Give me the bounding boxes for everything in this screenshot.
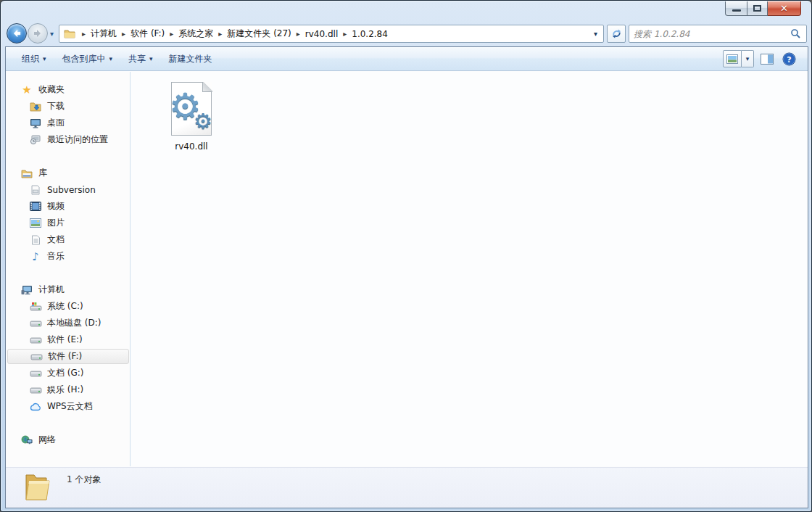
organize-label: 组织 [22,53,39,65]
navigation-bar: ▾ ▸ 计算机 ▸ 软件 (F:) ▸ 系统之家 ▸ 新建文件夹 (27) ▸ … [1,22,811,46]
sidebar-item-drive-f-selected[interactable]: 软件 (F:) [7,349,129,364]
subversion-label: Subversion [47,185,96,195]
help-icon: ? [782,52,796,66]
pictures-label: 图片 [47,217,65,229]
page-fold-icon [202,82,212,92]
drive-d-label: 本地磁盘 (D:) [47,317,101,329]
file-item-rv40-dll[interactable]: ⚙ ⚙ rv40.dll [152,79,231,152]
sidebar-section-computer[interactable]: 计算机 [20,282,142,297]
recent-places-label: 最近访问的位置 [47,133,108,146]
computer-label: 计算机 [38,284,65,296]
drive-e-label: 软件 (E:) [47,334,83,346]
search-input[interactable] [629,25,790,42]
videos-icon [29,201,42,212]
system-drive-icon [29,301,42,313]
breadcrumb-chevron-icon[interactable]: ▸ [165,30,178,38]
preview-pane-icon [761,54,774,65]
music-note-icon: ♪ [29,251,42,263]
window-controls: ✕ [725,1,801,16]
new-folder-label: 新建文件夹 [169,53,212,65]
documents-label: 文档 [47,234,65,246]
breadcrumb-folder-1[interactable]: 系统之家 [178,28,213,40]
favorites-label: 收藏夹 [38,83,65,96]
views-dropdown-button[interactable]: ▾ [742,50,754,67]
downloads-label: 下载 [47,100,65,112]
navigation-pane: ★ 收藏夹 下载 桌面 最近访问的位置 [6,72,130,466]
computer-icon [20,284,33,296]
preview-pane-button[interactable] [758,50,776,67]
address-bar[interactable]: ▸ 计算机 ▸ 软件 (F:) ▸ 系统之家 ▸ 新建文件夹 (27) ▸ rv… [59,25,604,43]
search-box [629,25,807,43]
breadcrumb-chevron-icon[interactable]: ▸ [117,30,130,38]
minimize-button[interactable] [725,1,747,16]
svg-text:?: ? [787,54,791,64]
back-button[interactable] [7,23,27,44]
drive-icon [30,351,43,363]
drive-c-label: 系统 (C:) [47,300,83,313]
sidebar-section-network[interactable]: 网络 [20,432,142,447]
details-pane: 1 个对象 [6,467,808,508]
drive-g-label: 文档 (G:) [47,367,84,379]
breadcrumb-current[interactable]: 1.0.2.84 [352,29,388,39]
maximize-icon [753,5,761,12]
drive-f-label: 软件 (F:) [48,350,82,363]
libraries-label: 库 [38,167,47,179]
include-in-library-menu[interactable]: 包含到库中 ▾ [62,53,113,65]
recent-places-icon [29,134,42,146]
breadcrumb-folder-3[interactable]: rv40.dll [305,29,338,39]
file-list-pane[interactable]: ⚙ ⚙ rv40.dll [131,72,808,466]
close-button[interactable]: ✕ [768,1,801,16]
favorites-star-icon: ★ [20,84,33,96]
history-dropdown-icon[interactable]: ▾ [50,30,54,38]
downloads-icon [29,101,42,112]
address-dropdown-icon[interactable]: ▾ [588,30,603,38]
music-label: 音乐 [47,250,65,263]
subversion-library-icon [29,184,42,196]
breadcrumb-drive-f[interactable]: 软件 (F:) [130,28,165,40]
gear-icon: ⚙ [194,111,212,132]
address-folder-icon [64,29,75,38]
drive-h-label: 娱乐 (H:) [47,384,83,396]
share-label: 共享 [128,53,146,65]
breadcrumb-folder-2[interactable]: 新建文件夹 (27) [227,28,291,40]
breadcrumb-chevron-icon[interactable]: ▸ [291,30,305,38]
change-view-button[interactable] [723,50,742,67]
drive-icon [29,368,42,379]
organize-caret-icon: ▾ [43,55,46,62]
new-folder-button[interactable]: 新建文件夹 [169,53,212,65]
pictures-icon [29,218,42,229]
breadcrumb-chevron-icon[interactable]: ▸ [213,30,227,38]
include-caret-icon: ▾ [109,55,113,62]
drive-icon [29,334,42,346]
client-area: 组织 ▾ 包含到库中 ▾ 共享 ▾ 新建文件夹 [5,46,808,508]
close-icon: ✕ [780,4,788,13]
refresh-button[interactable] [607,25,626,43]
views-thumbnail-icon [726,54,738,64]
share-menu[interactable]: 共享 ▾ [128,53,153,65]
breadcrumb-computer[interactable]: 计算机 [91,28,117,40]
views-button-group: ▾ [723,50,754,67]
cloud-icon [29,401,42,413]
desktop-icon [29,117,42,129]
videos-label: 视频 [47,200,65,212]
sidebar-section-favorites[interactable]: ★ 收藏夹 [20,82,142,97]
desktop-label: 桌面 [47,117,65,129]
refresh-icon [611,28,622,39]
maximize-button[interactable] [747,1,768,16]
include-in-library-label: 包含到库中 [62,53,106,65]
forward-button[interactable] [28,23,48,44]
item-count-text: 1 个对象 [67,474,101,486]
views-caret-icon: ▾ [746,55,750,62]
network-label: 网络 [38,434,56,446]
sidebar-section-libraries[interactable]: 库 [20,165,142,181]
share-caret-icon: ▾ [149,55,153,62]
command-bar: 组织 ▾ 包含到库中 ▾ 共享 ▾ 新建文件夹 [6,47,808,71]
search-icon[interactable] [790,28,801,39]
breadcrumb-chevron-icon[interactable]: ▸ [338,30,352,38]
drive-icon [29,384,42,396]
explorer-window: ✕ ▾ ▸ 计算机 ▸ 软件 (F:) ▸ 系统 [0,0,812,512]
breadcrumb-chevron-icon[interactable]: ▸ [77,30,91,38]
network-icon [20,434,33,446]
organize-menu[interactable]: 组织 ▾ [22,53,46,65]
help-button[interactable]: ? [780,50,798,67]
